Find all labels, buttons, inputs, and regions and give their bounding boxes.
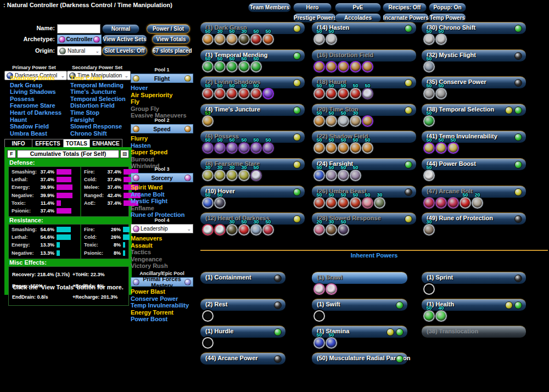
- pool-power-enflame[interactable]: Enflame: [131, 205, 193, 212]
- power-bar[interactable]: (1) Containment: [200, 272, 285, 284]
- enhancement-slot[interactable]: 50: [338, 83, 349, 100]
- enhancement-slot[interactable]: 50: [435, 83, 447, 100]
- top-button-recipes-off[interactable]: Recipes: Off: [383, 3, 427, 12]
- pool-power-arcane-bolt[interactable]: Arcane Bolt: [131, 191, 193, 198]
- power-bar[interactable]: (49) Rune of Protection: [422, 212, 526, 225]
- enhancement-slot[interactable]: 50: [250, 29, 262, 46]
- primary-power-heart-of-darkness[interactable]: Heart of Darkness: [10, 109, 61, 116]
- enhancement-slot[interactable]: 30: [238, 165, 250, 182]
- enhancement-slot[interactable]: 50: [326, 193, 337, 209]
- pool-power-burnout[interactable]: Burnout: [131, 156, 193, 163]
- enhancement-slot[interactable]: 30: [326, 220, 337, 236]
- secondary-power-temporal-selection[interactable]: Temporal Selection: [70, 96, 126, 103]
- pool-power-tactics[interactable]: Tactics: [131, 249, 193, 256]
- enhancement-slot[interactable]: 50: [362, 193, 373, 209]
- secondary-power-slowed-response[interactable]: Slowed Response: [70, 123, 126, 130]
- enhancement-slot[interactable]: 40: [435, 306, 447, 322]
- archetype-selector[interactable]: Controller: [57, 35, 102, 44]
- pool-power-mystic-flight[interactable]: Mystic Flight: [131, 198, 193, 205]
- primary-power-haunt[interactable]: Haunt: [10, 116, 61, 124]
- pool-power-super-speed[interactable]: Super Speed: [131, 149, 193, 156]
- enhancement-slot[interactable]: [423, 279, 435, 295]
- secondary-power-farsight[interactable]: Farsight: [70, 116, 126, 124]
- enhancement-slot[interactable]: 50: [460, 193, 471, 209]
- pool-power-conserve-power[interactable]: Conserve Power: [131, 295, 193, 303]
- view-totals-button[interactable]: View Totals: [152, 35, 190, 44]
- pool-power-fly[interactable]: Fly: [131, 98, 193, 105]
- power-bar[interactable]: (50) Musculature Radial Paragon: [312, 352, 407, 365]
- power-bar[interactable]: (38) Temporal Selection: [422, 104, 526, 116]
- enhancement-slot[interactable]: 50: [423, 138, 435, 154]
- enhancement-slot[interactable]: 50: [326, 111, 337, 127]
- power-bar[interactable]: (44) Power Boost: [422, 158, 526, 170]
- top-button-hero[interactable]: Hero: [293, 3, 332, 12]
- pool-selector-flight[interactable]: Flight: [131, 74, 193, 83]
- pool-power-vengeance[interactable]: Vengeance: [131, 256, 193, 263]
- power-bar[interactable]: (1) Sprint: [422, 272, 526, 284]
- pool-selector-speed[interactable]: Speed: [131, 124, 193, 133]
- enhancement-slot[interactable]: 50: [326, 165, 337, 182]
- pool-power-temp-invulnerability[interactable]: Temp Invulnerability: [131, 302, 193, 309]
- enhancement-slot[interactable]: [202, 306, 214, 322]
- power-bar[interactable]: (38) Translocation: [422, 326, 526, 338]
- power-slot-button[interactable]: Power / Slot: [147, 24, 190, 33]
- pool-power-energy-torrent[interactable]: Energy Torrent: [131, 309, 193, 316]
- pool-power-power-boost[interactable]: Power Boost: [131, 316, 193, 323]
- top-button-team-members[interactable]: Team Members: [248, 3, 291, 12]
- secondary-power-chrono-shift[interactable]: Chrono Shift: [70, 130, 126, 137]
- enhancement-slot[interactable]: 50: [362, 138, 373, 154]
- enhancement-slot[interactable]: 50: [238, 83, 250, 100]
- primary-power-dark-grasp[interactable]: Dark Grasp: [10, 82, 61, 89]
- enhancement-slot[interactable]: [202, 220, 214, 236]
- enhancement-slot[interactable]: 50: [326, 29, 337, 46]
- secondary-power-temporal-mending[interactable]: Temporal Mending: [70, 82, 126, 89]
- enhancement-slot[interactable]: 50: [202, 29, 214, 46]
- enhancement-slot[interactable]: [435, 193, 447, 209]
- power-bar[interactable]: (4) Time's Juncture: [200, 104, 305, 116]
- enhancement-slot[interactable]: 50: [226, 138, 238, 154]
- enhancement-slot[interactable]: 50: [423, 111, 435, 127]
- pool-power-flurry[interactable]: Flurry: [131, 135, 193, 142]
- enhancement-slot[interactable]: 50: [214, 138, 226, 154]
- primary-power-possess[interactable]: Possess: [10, 96, 61, 103]
- pool-power-air-superiority[interactable]: Air Superiority: [131, 92, 193, 99]
- enhancement-slot[interactable]: 20: [472, 193, 483, 209]
- enhancement-slot[interactable]: [338, 57, 349, 73]
- pool-power-hover[interactable]: Hover: [131, 85, 193, 92]
- normal-button[interactable]: Normal: [102, 24, 139, 33]
- enhancement-slot[interactable]: 50: [326, 138, 337, 154]
- secondary-power-time-s-juncture[interactable]: Time's Juncture: [70, 88, 126, 96]
- enhancement-slot[interactable]: [313, 306, 325, 322]
- primary-power-living-shadows[interactable]: Living Shadows: [10, 88, 61, 96]
- enhancement-slot[interactable]: 50: [338, 193, 349, 209]
- enhancement-slot[interactable]: 50: [362, 83, 373, 100]
- enhancement-slot[interactable]: 50: [250, 165, 262, 182]
- enhancement-slot[interactable]: 30: [238, 29, 250, 46]
- top-button-incarnate-powers[interactable]: Incarnate Powers: [383, 13, 429, 23]
- totals-graph-button[interactable]: ▨: [120, 150, 129, 158]
- secondary-power-time-crawl[interactable]: Time Crawl: [70, 75, 126, 82]
- pool-selector-primal-forces-mastery[interactable]: Primal Forces Mastery: [131, 277, 193, 287]
- enhancement-slot[interactable]: 50: [326, 83, 337, 100]
- enhancement-slot[interactable]: 30: [226, 165, 238, 182]
- enhancement-slot[interactable]: 30: [423, 220, 435, 236]
- enhancement-slot[interactable]: 20: [313, 220, 325, 236]
- enhancement-slot[interactable]: 30: [250, 220, 262, 236]
- pool-power-spirit-ward[interactable]: Spirit Ward: [131, 184, 193, 191]
- enhancement-slot[interactable]: [350, 57, 361, 73]
- primary-power-shadow-field[interactable]: Shadow Field: [10, 123, 61, 130]
- pool-power-assault[interactable]: Assault: [131, 242, 193, 249]
- enhancement-slot[interactable]: 50: [250, 83, 262, 100]
- enhancement-slot[interactable]: [262, 83, 274, 100]
- enhancement-slot[interactable]: 50: [313, 83, 325, 100]
- enhancement-slot[interactable]: 50: [338, 138, 349, 154]
- enhancement-slot[interactable]: 30: [226, 220, 238, 236]
- enhancement-slot[interactable]: 50: [226, 83, 238, 100]
- top-button-temp-powers[interactable]: Temp Powers: [429, 13, 466, 23]
- enhancement-slot[interactable]: 50: [202, 57, 214, 73]
- enhancement-slot[interactable]: 50: [326, 333, 337, 349]
- enhancement-slot[interactable]: 50: [423, 29, 435, 46]
- enhancement-slot[interactable]: [362, 57, 373, 73]
- enhancement-slot[interactable]: 50: [423, 57, 435, 73]
- float-button[interactable]: F: [7, 150, 16, 158]
